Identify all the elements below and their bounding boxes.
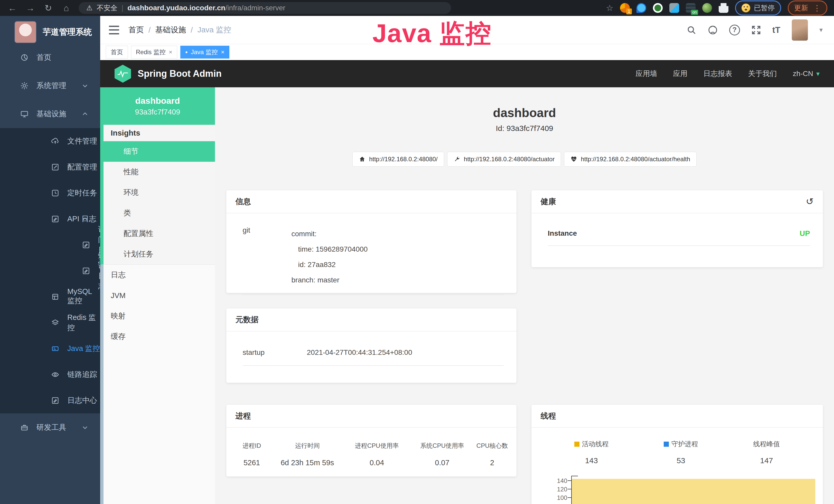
- sidebar-item-log-center[interactable]: 日志中心: [0, 387, 100, 413]
- sba-locale-select[interactable]: zh-CN ▾: [793, 70, 820, 78]
- chevron-down-icon: [82, 83, 88, 89]
- edit-icon: [51, 163, 59, 171]
- github-icon[interactable]: [708, 25, 718, 35]
- database-icon: [51, 293, 59, 301]
- sidebar-item-access-logs[interactable]: 访问日志: [0, 232, 100, 258]
- extension-list-icon[interactable]: on: [686, 3, 696, 13]
- sba-item-caches[interactable]: 缓存: [104, 326, 215, 347]
- browser-home-button[interactable]: ⌂: [61, 2, 72, 14]
- sidebar-item-redis-monitor[interactable]: Redis 监控: [0, 310, 100, 336]
- pie-chart-icon: [21, 54, 28, 61]
- tab-java-monitor[interactable]: ● Java 监控 ×: [180, 46, 229, 59]
- heartbeat-icon: [570, 156, 577, 162]
- sba-nav-journal[interactable]: 日志报表: [704, 69, 732, 78]
- extension-icon[interactable]: 1: [620, 3, 630, 13]
- user-avatar[interactable]: [792, 19, 808, 41]
- chevron-down-icon: ▾: [816, 70, 820, 78]
- app-title: 芋道管理系统: [43, 26, 92, 38]
- sidebar-item-system[interactable]: 系统管理: [0, 72, 100, 100]
- tab-home[interactable]: 首页: [106, 46, 128, 59]
- bookmark-star-icon[interactable]: ☆: [606, 3, 613, 13]
- browser-back-button[interactable]: ←: [7, 2, 18, 14]
- sba-nav-applications[interactable]: 应用: [673, 69, 687, 78]
- sidebar-item-mysql-monitor[interactable]: MySQL 监控: [0, 284, 100, 310]
- address-bar[interactable]: ⚠ 不安全 | dashboard.yudao.iocoder.cn/infra…: [79, 2, 451, 14]
- breadcrumb-infrastructure[interactable]: 基础设施: [155, 25, 186, 35]
- sidebar-item-scheduled-jobs[interactable]: 定时任务: [0, 180, 100, 206]
- breadcrumb: 首页 / 基础设施 / Java 监控: [128, 25, 231, 35]
- log-edit-icon: [82, 267, 90, 275]
- sidebar-fold-icon[interactable]: [109, 26, 119, 35]
- info-key: git: [243, 226, 291, 288]
- close-icon[interactable]: ×: [221, 48, 224, 56]
- actuator-url-chip[interactable]: http://192.168.0.2:48080/actuator: [447, 152, 561, 167]
- sidebar-item-java-monitor[interactable]: Java 监控: [0, 336, 100, 362]
- threads-chart: 140 120 100: [531, 474, 823, 504]
- instance-header: dashboard 93a3fc7f7409: [100, 87, 215, 125]
- sidebar-item-dev-tools[interactable]: 研发工具: [0, 413, 100, 442]
- sidebar-item-file-management[interactable]: 文件管理: [0, 128, 100, 154]
- sba-item-config-props[interactable]: 配置属性: [104, 223, 215, 244]
- sba-item-metrics[interactable]: 性能: [104, 162, 215, 182]
- instance-id-line: Id: 93a3fc7f7409: [496, 124, 553, 133]
- extension-puzzle-icon[interactable]: [719, 3, 728, 13]
- extension-leaf-icon[interactable]: [702, 3, 712, 13]
- toolbox-icon: [21, 423, 28, 431]
- history-icon[interactable]: ↺: [806, 196, 813, 207]
- sidebar-item-tracing[interactable]: 链路追踪: [0, 362, 100, 387]
- sba-item-classes[interactable]: 类: [104, 203, 215, 223]
- live-threads-area: [572, 479, 815, 504]
- browser-update-button[interactable]: 更新 ⋮: [788, 1, 827, 16]
- profile-paused-badge[interactable]: 已暂停: [735, 1, 781, 16]
- sba-item-environment[interactable]: 环境: [104, 182, 215, 203]
- sba-item-details[interactable]: 细节: [104, 141, 215, 162]
- health-url-chip[interactable]: http://192.168.0.2:48080/actuator/health: [564, 152, 697, 167]
- instance-links: http://192.168.0.2:48080/ http://192.168…: [352, 152, 697, 167]
- url-path: /infra/admin-server: [225, 4, 285, 12]
- sba-item-mappings[interactable]: 映射: [104, 306, 215, 326]
- health-card-title: 健康: [541, 197, 556, 207]
- browser-chrome: ← → ↻ ⌂ ⚠ 不安全 | dashboard.yudao.iocoder.…: [0, 0, 834, 16]
- metadata-card: 元数据 startup 2021-04-27T00:44:31.254+08:0…: [226, 308, 517, 383]
- extension-grid-icon[interactable]: [670, 3, 679, 13]
- chevron-up-icon: [82, 111, 88, 117]
- sidebar-item-api-logs[interactable]: API 日志: [0, 206, 100, 232]
- metadata-key: startup: [243, 348, 307, 357]
- tab-redis-monitor[interactable]: Redis 监控 ×: [131, 46, 177, 59]
- sba-item-jvm[interactable]: JVM: [104, 285, 215, 306]
- threads-card-title: 线程: [541, 411, 556, 421]
- avatar-caret-icon[interactable]: ▾: [819, 26, 823, 34]
- gear-icon: [21, 82, 28, 90]
- timer-icon: [51, 189, 59, 197]
- live-threads-value: 143: [585, 456, 598, 465]
- help-icon[interactable]: ?: [729, 25, 740, 36]
- browser-forward-button[interactable]: →: [25, 2, 36, 14]
- peak-threads-value: 147: [760, 456, 773, 465]
- sidebar-item-config-management[interactable]: 配置管理: [0, 154, 100, 180]
- breadcrumb-home[interactable]: 首页: [128, 25, 144, 35]
- sidebar-item-infrastructure[interactable]: 基础设施: [0, 100, 100, 128]
- close-icon[interactable]: ×: [169, 48, 172, 56]
- legend-swatch-daemon: [664, 442, 669, 447]
- browser-menu-icon[interactable]: ⋮: [813, 4, 821, 13]
- sba-navbar: Spring Boot Admin 应用墙 应用 日志报表 关于我们 zh-CN…: [100, 60, 834, 87]
- sba-nav-wallboard[interactable]: 应用墙: [636, 69, 657, 78]
- sidebar-item-home[interactable]: 首页: [0, 43, 100, 72]
- sidebar-menu: 首页 系统管理 基础设施 文件管理 配置管理: [0, 43, 100, 504]
- wrench-icon: [454, 156, 460, 162]
- process-table: 进程ID5261 运行时间6d 23h 15m 59s 进程CPU使用率0.04…: [233, 442, 510, 467]
- font-size-icon[interactable]: tT: [772, 25, 780, 35]
- sba-item-logs[interactable]: 日志: [104, 265, 215, 285]
- search-icon[interactable]: [686, 25, 696, 35]
- extension-pin-icon[interactable]: [636, 3, 646, 13]
- y-tick-120: 120: [531, 486, 567, 493]
- breadcrumb-separator: /: [191, 26, 193, 35]
- fullscreen-icon[interactable]: [751, 25, 761, 35]
- browser-reload-button[interactable]: ↻: [43, 2, 54, 14]
- sba-item-scheduled-tasks[interactable]: 计划任务: [104, 244, 215, 265]
- service-url-chip[interactable]: http://192.168.0.2:48080/: [352, 152, 444, 167]
- extension-y-icon[interactable]: [653, 3, 663, 13]
- sidebar-item-error-logs[interactable]: 错误日志: [0, 258, 100, 284]
- sba-root-items: 日志 JVM 映射 缓存: [100, 265, 215, 504]
- sba-nav-about[interactable]: 关于我们: [748, 69, 777, 78]
